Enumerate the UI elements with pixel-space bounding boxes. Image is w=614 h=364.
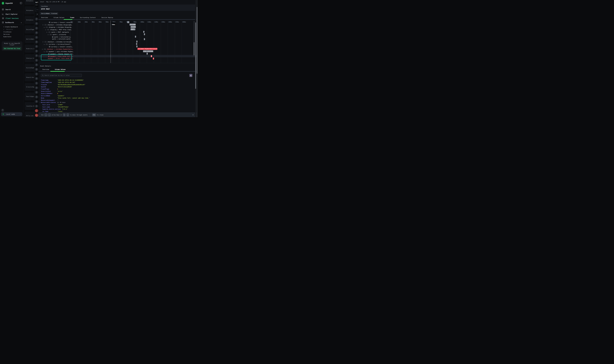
event-tab-overview[interactable]: Overview	[42, 68, 50, 71]
property-key[interactable]: ResourceAttributes	[41, 102, 57, 103]
create-dashboard-link[interactable]: + Create Dashboard	[3, 26, 18, 27]
session-event-row[interactable]	[34, 49, 39, 53]
property-key[interactable]: host.name	[42, 106, 57, 108]
property-key[interactable]: Timestamp	[41, 79, 57, 81]
span-duration-bar[interactable]: V	[151, 55, 152, 57]
session-event-row[interactable]	[34, 86, 39, 90]
tab-column-values[interactable]: Column Values	[53, 16, 65, 19]
user-session-card[interactable]: Ernesto33@	[25, 83, 34, 91]
close-icon[interactable]: ✕	[193, 114, 194, 116]
trace-span-row[interactable]: (1)checkout | oteldemo.CurrencySe…(	[39, 40, 197, 43]
chevron-down-icon[interactable]	[44, 50, 45, 53]
property-value[interactable]: "arm64"	[57, 104, 63, 105]
session-event-row[interactable]	[34, 58, 39, 63]
user-session-card[interactable]: Walton9@ho	[25, 35, 34, 43]
drawer-scrollbar-thumb[interactable]	[195, 22, 196, 89]
session-event-row[interactable]	[34, 81, 39, 86]
trace-scrollbar-thumb[interactable]	[194, 42, 195, 55]
property-value[interactable]: "3fbc80775a5e"	[57, 106, 69, 108]
session-event-row[interactable]	[34, 30, 39, 35]
page-scrollbar-thumb[interactable]	[197, 7, 197, 74]
property-value[interactable]: "2025-05-15T12:40:14Z"	[57, 82, 76, 83]
span-duration-bar[interactable]: c	[144, 38, 145, 40]
session-event-row[interactable]	[34, 90, 39, 95]
span-duration-bar[interactable]: (	[136, 40, 137, 43]
span-duration-bar[interactable]: (	[136, 43, 137, 45]
sidebar-item-client-sessions[interactable]: Client Sessions	[0, 17, 24, 20]
trace-span-row[interactable]: (1)quote | POST /getquoteP	[39, 31, 197, 33]
user-session-card[interactable]: Howard.Run	[25, 73, 34, 81]
session-event-row[interactable]	[34, 53, 39, 58]
property-value[interactable]: "2025-05-15T12:40:14.511000000Z"	[57, 79, 84, 81]
session-event-row[interactable]	[34, 21, 39, 26]
trace-span-row[interactable]: quote | calculate-quotec	[39, 38, 197, 40]
property-key[interactable]: hyperdx.distro.version	[42, 108, 62, 110]
property-value[interactable]: 1	[57, 88, 58, 90]
trace-span-row[interactable]: currency | Convert convers…(	[39, 45, 197, 48]
span-duration-bar[interactable]: E	[153, 58, 154, 60]
property-value[interactable]: {} 20 keys	[57, 102, 65, 103]
trace-span-row[interactable]: payment | Charge request rec…(	[39, 52, 197, 55]
user-session-card[interactable]: Pearl43@ho	[25, 92, 34, 101]
user-session-card[interactable]: Dolly.Lub	[25, 112, 34, 117]
user-session-card[interactable]: Deion37@gm	[25, 26, 34, 34]
property-value[interactable]: 0	[57, 93, 58, 94]
property-key[interactable]: TimestampTime	[41, 82, 57, 83]
span-duration-bar[interactable]: (	[136, 45, 137, 48]
property-value[interactable]: ""	[57, 100, 59, 101]
session-event-row[interactable]	[34, 113, 39, 117]
session-event-row[interactable]	[34, 72, 39, 76]
property-key[interactable]: ResourceSchemaUrl	[41, 100, 57, 101]
session-event-row[interactable]	[34, 104, 39, 108]
span-duration-bar[interactable]: oteldemo.PaymentService/Char	[137, 48, 157, 50]
chevron-down-icon[interactable]	[46, 31, 48, 33]
chevron-down-icon[interactable]	[44, 43, 45, 45]
user-session-card[interactable]: Anonymous	[25, 0, 34, 5]
chevron-down-icon[interactable]	[42, 40, 44, 43]
span-duration-bar[interactable]: (	[135, 36, 136, 38]
tab-overview[interactable]: Overview	[41, 16, 48, 19]
trace-span-row[interactable]: (1)shipping | oteldemo.Shipping…oteldem	[39, 26, 197, 28]
trace-span-row[interactable]: (1)checkout | oteldemo.ShippingSe…otelde…	[39, 23, 197, 26]
user-session-card[interactable]: Shaniya.Sc	[25, 54, 34, 62]
property-key[interactable]: host.arch	[42, 104, 57, 105]
property-key[interactable]: SeverityNumber	[41, 93, 57, 94]
trace-span-row[interactable]: payment | Error: Visa cache ful…E	[39, 57, 197, 60]
get-started-button[interactable]: Get Started for Free	[3, 47, 21, 50]
help-button[interactable]: ?	[1, 109, 4, 112]
event-tab-column-values[interactable]: Column Values	[54, 68, 66, 71]
session-event-row[interactable]	[34, 44, 39, 49]
session-event-row[interactable]	[34, 67, 39, 72]
property-value[interactable]: "Visa cache full: cannot add new item."	[57, 97, 90, 99]
tab-session-replay[interactable]: Session Replay	[101, 16, 114, 19]
tab-surrounding-context[interactable]: Surrounding Context	[79, 16, 96, 19]
span-duration-bar[interactable]: oteldemo.	[130, 24, 136, 26]
trace-span-row[interactable]: (3)payment | grpc.oteldemo.Paymen…grpc.o…	[39, 50, 197, 52]
session-event-row[interactable]	[34, 99, 39, 104]
local-mode-menu[interactable]: U Local mode ›	[1, 112, 22, 116]
preset-item-kubernetes[interactable]: Kubernetes	[3, 36, 11, 38]
app-logo[interactable]: ⚡ HyperDX	[2, 2, 13, 5]
chevron-down-icon[interactable]	[42, 48, 43, 50]
trace-span-row[interactable]: currency | Convert convers…(	[39, 21, 197, 23]
session-event-row[interactable]	[34, 108, 39, 113]
presets-header[interactable]: ∨ PRESETS	[3, 29, 13, 30]
property-key[interactable]: SeverityText	[41, 91, 57, 92]
span-duration-bar[interactable]: grpc.oteldemo.	[143, 50, 153, 52]
span-duration-bar[interactable]: oteldem	[131, 26, 136, 28]
property-key[interactable]: TraceFlags	[41, 88, 57, 90]
chevron-down-icon[interactable]	[44, 26, 45, 28]
property-key[interactable]: SpanId	[41, 86, 57, 88]
property-value[interactable]: "021fcfc15c1e9528"	[57, 86, 72, 88]
sidebar-item-dashboards[interactable]: Dashboards∧	[0, 21, 24, 24]
user-session-card[interactable]: Jonathan.B	[25, 102, 34, 110]
span-duration-bar[interactable]: (	[146, 53, 148, 55]
chevron-down-icon[interactable]	[45, 28, 46, 31]
session-event-row[interactable]	[34, 63, 39, 67]
span-duration-bar[interactable]: P	[143, 31, 144, 33]
property-value[interactable]: "0.8.1"	[62, 108, 68, 110]
sidebar-item-search[interactable]: Search	[0, 8, 24, 11]
session-event-row[interactable]	[34, 26, 39, 30]
span-duration-bar[interactable]: POST h	[131, 28, 135, 30]
property-value[interactable]: "957362828baa84dc02d95a4e6e99ca4f"	[57, 84, 86, 86]
